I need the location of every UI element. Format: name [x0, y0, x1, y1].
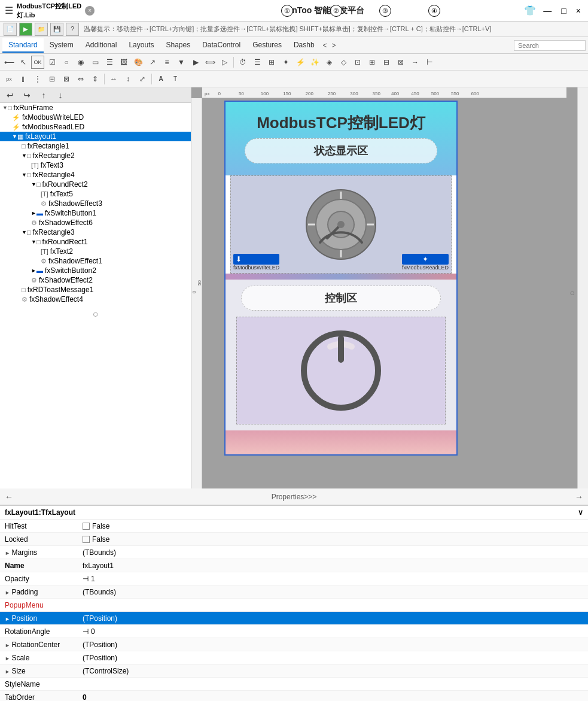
- scale-expand-btn[interactable]: ►: [5, 656, 11, 661]
- prop-val-locked[interactable]: False: [83, 535, 583, 544]
- tree-item[interactable]: ⚙ fxShadowEffect3: [0, 199, 191, 208]
- space-h-icon[interactable]: ⇔: [74, 72, 87, 86]
- tree-item[interactable]: ⚡ fxModbusReadLED: [0, 122, 191, 132]
- tree-item[interactable]: ▼ □ fxRectangle2: [0, 151, 191, 160]
- prop-val-name[interactable]: fxLayout1: [83, 562, 583, 570]
- extra5-icon[interactable]: ⊟: [380, 56, 393, 69]
- prop-val-opacity[interactable]: ⊣ 1: [83, 575, 583, 583]
- tree-item[interactable]: ⚙ fxShadowEffect6: [0, 218, 191, 227]
- prop-val-rotationangle[interactable]: ⊣ 0: [83, 627, 583, 636]
- tab-next-arrow[interactable]: >: [330, 41, 339, 50]
- center-h-icon[interactable]: ⊟: [45, 72, 59, 86]
- tree-up-btn[interactable]: ↑: [37, 89, 50, 102]
- tab-additional[interactable]: Additional: [80, 38, 123, 53]
- close-file-button[interactable]: ×: [85, 6, 95, 16]
- popup-icon[interactable]: ⊞: [265, 56, 278, 69]
- tree-item[interactable]: ⚡ fxModbusWriteLED: [0, 113, 191, 122]
- anim-icon[interactable]: ▷: [218, 56, 231, 69]
- cursor2-icon[interactable]: ↗: [146, 56, 159, 69]
- minimize-button[interactable]: —: [541, 6, 554, 16]
- tree-item[interactable]: ▼ □ fxRoundRect1: [0, 237, 191, 247]
- style-icon[interactable]: ✦: [279, 56, 293, 69]
- toolbar-save-btn[interactable]: 💾: [50, 23, 63, 36]
- tree-item[interactable]: ► ▬ fxSwitchButton1: [0, 208, 191, 218]
- toolbar-open-btn[interactable]: 📁: [35, 23, 48, 36]
- align-col-icon[interactable]: ⫿: [17, 72, 30, 86]
- tab-prev-arrow[interactable]: <: [321, 41, 330, 50]
- tree-back-btn[interactable]: ↪: [20, 89, 33, 102]
- timer-icon[interactable]: ⏱: [236, 56, 249, 69]
- search-input[interactable]: [514, 40, 586, 51]
- close-window-button[interactable]: ×: [574, 6, 583, 16]
- prop-val-taborder[interactable]: 0: [83, 693, 583, 702]
- locked-checkbox[interactable]: [83, 536, 90, 543]
- tree-item[interactable]: ▼ □ fxRectangle4: [0, 170, 191, 180]
- extra7-icon[interactable]: ⊢: [423, 56, 436, 69]
- memo-icon[interactable]: ☰: [103, 56, 116, 69]
- tree-item-layout1[interactable]: ▼ ▦ fxLayout1: [0, 132, 191, 141]
- tree-add-btn[interactable]: ↩: [4, 89, 17, 102]
- scroll-icon[interactable]: ⟺: [203, 56, 217, 69]
- tab-system[interactable]: System: [44, 38, 80, 53]
- ok-btn-icon[interactable]: OK: [31, 56, 44, 69]
- tree-item[interactable]: ► ▬ fxSwitchButton2: [0, 266, 191, 275]
- toolbar-file-btn[interactable]: 📄: [4, 23, 17, 36]
- prop-val-hittest[interactable]: False: [83, 522, 583, 530]
- canvas-panel[interactable]: px 0 50 100 150 200 250 300 350 400 450 …: [191, 87, 577, 488]
- center-v-icon[interactable]: ⊠: [60, 72, 73, 86]
- tree-item[interactable]: [T] fxText2: [0, 247, 191, 256]
- props-collapse-btn[interactable]: ∨: [578, 508, 583, 517]
- space-v-icon[interactable]: ⇕: [89, 72, 102, 86]
- circle-icon[interactable]: ○: [60, 56, 73, 69]
- list-icon[interactable]: ≡: [160, 56, 173, 69]
- tab-standard[interactable]: Standard: [2, 38, 44, 53]
- tree-item[interactable]: [T] fxText5: [0, 189, 191, 199]
- input-icon[interactable]: ▭: [89, 56, 102, 69]
- radio-icon[interactable]: ◉: [74, 56, 87, 69]
- props-back-arrow[interactable]: ←: [5, 492, 13, 502]
- paint-icon[interactable]: 🎨: [132, 56, 145, 69]
- tree-item[interactable]: □ fxRDToastMessage1: [0, 285, 191, 295]
- tree-item[interactable]: ⚙ fxShadowEffect4: [0, 295, 191, 304]
- margins-expand-btn[interactable]: ►: [5, 550, 11, 556]
- rotcenter-expand-btn[interactable]: ►: [5, 642, 11, 648]
- extra4-icon[interactable]: ⊞: [365, 56, 379, 69]
- text-icon[interactable]: T: [169, 72, 182, 86]
- toolbar-run-btn[interactable]: ▶: [19, 23, 32, 36]
- padding-expand-btn[interactable]: ►: [5, 590, 11, 596]
- tab-dashb[interactable]: Dashb: [288, 38, 321, 53]
- extra1-icon[interactable]: ◈: [322, 56, 336, 69]
- maximize-button[interactable]: □: [559, 6, 568, 16]
- tab-layouts[interactable]: Layouts: [123, 38, 160, 53]
- tree-item[interactable]: [T] fxText3: [0, 160, 191, 170]
- tree-item[interactable]: ⚙ fxShadowEffect2: [0, 275, 191, 285]
- tree-item[interactable]: ▼ □ fxRunFrame: [0, 103, 191, 113]
- tab-datacontrol[interactable]: DataControl: [196, 38, 246, 53]
- media-icon[interactable]: ▶: [189, 56, 202, 69]
- width-icon[interactable]: ↔: [107, 72, 120, 86]
- image-icon[interactable]: 🖼: [117, 56, 130, 69]
- cursor-icon[interactable]: ↖: [17, 56, 30, 69]
- height-icon[interactable]: ↕: [121, 72, 135, 86]
- tree-item[interactable]: □ fxRectangle1: [0, 141, 191, 151]
- combo-icon[interactable]: ▼: [175, 56, 188, 69]
- arrow-r-icon[interactable]: →: [409, 56, 422, 69]
- prop-row-position[interactable]: ► Position (TPosition): [0, 612, 588, 625]
- both-icon[interactable]: ⤢: [136, 72, 149, 86]
- hittest-checkbox[interactable]: [83, 523, 90, 530]
- check-icon[interactable]: ☑: [45, 56, 59, 69]
- tab-gestures[interactable]: Gestures: [246, 38, 288, 53]
- position-expand-btn[interactable]: ►: [5, 616, 11, 622]
- tree-down-btn[interactable]: ↓: [54, 89, 67, 102]
- extra2-icon[interactable]: ◇: [337, 56, 350, 69]
- menu-icon[interactable]: ☰: [251, 56, 264, 69]
- effect-icon[interactable]: ✨: [308, 56, 321, 69]
- extra6-icon[interactable]: ⊠: [394, 56, 407, 69]
- tab-shapes[interactable]: Shapes: [160, 38, 196, 53]
- tree-item[interactable]: ⚙ fxShadowEffect1: [0, 256, 191, 266]
- align-left-icon[interactable]: ⟵: [2, 56, 16, 69]
- size-expand-btn[interactable]: ►: [5, 669, 11, 675]
- tree-item[interactable]: ▼ □ fxRectangle3: [0, 227, 191, 237]
- font-icon[interactable]: A: [154, 72, 167, 86]
- tree-item[interactable]: ▼ □ fxRoundRect2: [0, 180, 191, 189]
